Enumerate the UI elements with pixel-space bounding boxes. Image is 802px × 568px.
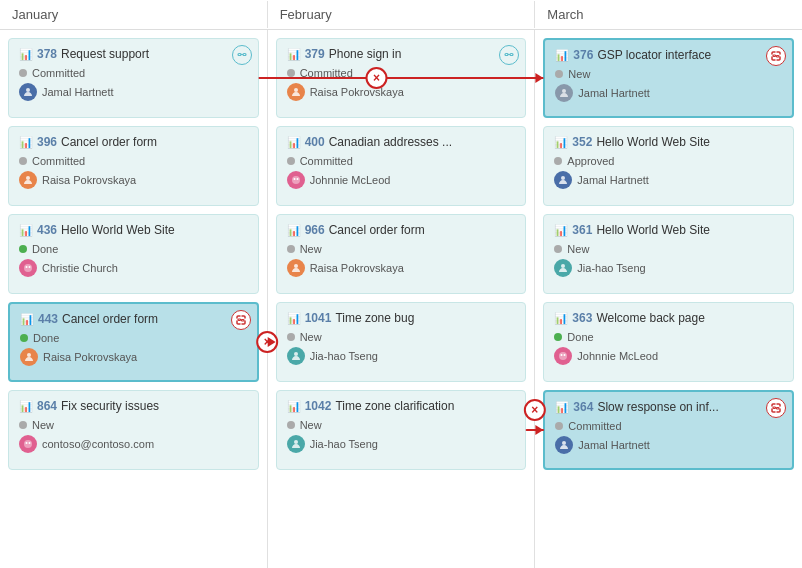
card-user: Jia-hao Tseng bbox=[287, 435, 516, 453]
card-status: Done bbox=[20, 332, 247, 344]
month-february: February bbox=[268, 1, 536, 28]
card-title: Time zone clarification bbox=[335, 399, 454, 415]
svg-point-21 bbox=[294, 440, 298, 444]
link-icon[interactable] bbox=[766, 398, 786, 418]
card-864[interactable]: 📊 864 Fix security issues New contoso@co… bbox=[8, 390, 259, 470]
link-icon[interactable] bbox=[231, 310, 251, 330]
svg-rect-15 bbox=[510, 54, 513, 56]
user-name: Johnnie McLeod bbox=[577, 350, 658, 362]
svg-rect-9 bbox=[241, 320, 244, 322]
card-user: Raisa Pokrovskaya bbox=[20, 348, 247, 366]
card-id: 363 bbox=[572, 311, 592, 325]
link-icon[interactable] bbox=[232, 45, 252, 65]
card-1041[interactable]: 📊 1041 Time zone bug New Jia-hao Tseng bbox=[276, 302, 527, 382]
card-header: 📊 966 Cancel order form bbox=[287, 223, 516, 239]
card-type-icon: 📊 bbox=[555, 49, 569, 62]
card-status: Done bbox=[554, 331, 783, 343]
avatar bbox=[554, 347, 572, 365]
card-363[interactable]: 📊 363 Welcome back page Done Johnnie McL… bbox=[543, 302, 794, 382]
svg-point-30 bbox=[562, 441, 566, 445]
link-icon[interactable] bbox=[499, 45, 519, 65]
svg-point-27 bbox=[559, 352, 567, 360]
card-352[interactable]: 📊 352 Hello World Web Site Approved Jama… bbox=[543, 126, 794, 206]
card-id: 361 bbox=[572, 223, 592, 237]
user-name: Jamal Hartnett bbox=[577, 174, 649, 186]
card-396[interactable]: 📊 396 Cancel order form Committed Raisa … bbox=[8, 126, 259, 206]
status-label: New bbox=[32, 419, 54, 431]
status-label: New bbox=[300, 331, 322, 343]
svg-point-28 bbox=[561, 354, 563, 356]
avatar bbox=[287, 83, 305, 101]
card-1042[interactable]: 📊 1042 Time zone clarification New Jia-h… bbox=[276, 390, 527, 470]
card-361[interactable]: 📊 361 Hello World Web Site New Jia-hao T… bbox=[543, 214, 794, 294]
svg-point-0 bbox=[26, 88, 30, 92]
card-966[interactable]: 📊 966 Cancel order form New Raisa Pokrov… bbox=[276, 214, 527, 294]
card-id: 376 bbox=[573, 48, 593, 62]
user-name: Raisa Pokrovskaya bbox=[310, 262, 404, 274]
status-label: New bbox=[300, 243, 322, 255]
status-label: Done bbox=[33, 332, 59, 344]
card-status: New bbox=[287, 243, 516, 255]
status-dot bbox=[555, 422, 563, 430]
status-label: New bbox=[568, 68, 590, 80]
avatar bbox=[287, 347, 305, 365]
svg-rect-23 bbox=[773, 55, 776, 57]
svg-point-12 bbox=[29, 442, 31, 444]
status-label: New bbox=[567, 243, 589, 255]
card-title: Hello World Web Site bbox=[596, 135, 710, 151]
svg-rect-1 bbox=[238, 54, 241, 56]
card-400[interactable]: 📊 400 Canadian addresses ... Committed J… bbox=[276, 126, 527, 206]
link-icon[interactable] bbox=[766, 46, 786, 66]
card-364[interactable]: 📊 364 Slow response on inf... Committed … bbox=[543, 390, 794, 470]
user-name: Raisa Pokrovskaya bbox=[43, 351, 137, 363]
card-378[interactable]: 📊 378 Request support Committed Jamal Ha… bbox=[8, 38, 259, 118]
card-header: 📊 363 Welcome back page bbox=[554, 311, 783, 327]
card-376[interactable]: 📊 376 GSP locator interface New Jamal Ha… bbox=[543, 38, 794, 118]
card-type-icon: 📊 bbox=[554, 224, 568, 237]
card-id: 379 bbox=[305, 47, 325, 61]
svg-rect-8 bbox=[238, 319, 241, 321]
card-user: contoso@contoso.com bbox=[19, 435, 248, 453]
avatar bbox=[554, 171, 572, 189]
svg-point-20 bbox=[294, 352, 298, 356]
svg-point-6 bbox=[29, 266, 31, 268]
status-dot bbox=[554, 157, 562, 165]
user-name: Jamal Hartnett bbox=[42, 86, 114, 98]
card-title: Time zone bug bbox=[335, 311, 414, 327]
card-id: 966 bbox=[305, 223, 325, 237]
card-type-icon: 📊 bbox=[554, 312, 568, 325]
card-title: Welcome back page bbox=[596, 311, 705, 327]
card-status: New bbox=[19, 419, 248, 431]
card-user: Raisa Pokrovskaya bbox=[287, 83, 516, 101]
svg-point-26 bbox=[561, 264, 565, 268]
user-name: Jia-hao Tseng bbox=[310, 350, 378, 362]
card-title: Fix security issues bbox=[61, 399, 159, 415]
card-type-icon: 📊 bbox=[19, 48, 33, 61]
status-label: Approved bbox=[567, 155, 614, 167]
svg-point-29 bbox=[564, 354, 566, 356]
avatar bbox=[19, 259, 37, 277]
card-status: Committed bbox=[19, 67, 248, 79]
card-443[interactable]: 📊 443 Cancel order form Done Raisa Pokro… bbox=[8, 302, 259, 382]
card-title: Phone sign in bbox=[329, 47, 402, 63]
column-february: 📊 379 Phone sign in Committed Raisa Pokr… bbox=[268, 30, 536, 568]
card-id: 378 bbox=[37, 47, 57, 61]
card-type-icon: 📊 bbox=[555, 401, 569, 414]
card-type-icon: 📊 bbox=[20, 313, 34, 326]
card-status: Committed bbox=[287, 155, 516, 167]
card-title: Request support bbox=[61, 47, 149, 63]
status-dot bbox=[554, 245, 562, 253]
card-id: 1041 bbox=[305, 311, 332, 325]
card-379[interactable]: 📊 379 Phone sign in Committed Raisa Pokr… bbox=[276, 38, 527, 118]
svg-point-5 bbox=[26, 266, 28, 268]
status-dot bbox=[19, 157, 27, 165]
user-name: Jamal Hartnett bbox=[578, 87, 650, 99]
svg-rect-2 bbox=[243, 54, 246, 56]
card-user: Raisa Pokrovskaya bbox=[19, 171, 248, 189]
avatar bbox=[287, 259, 305, 277]
svg-point-25 bbox=[561, 176, 565, 180]
card-id: 864 bbox=[37, 399, 57, 413]
svg-point-22 bbox=[562, 89, 566, 93]
card-436[interactable]: 📊 436 Hello World Web Site Done Christie… bbox=[8, 214, 259, 294]
svg-rect-32 bbox=[777, 408, 780, 410]
